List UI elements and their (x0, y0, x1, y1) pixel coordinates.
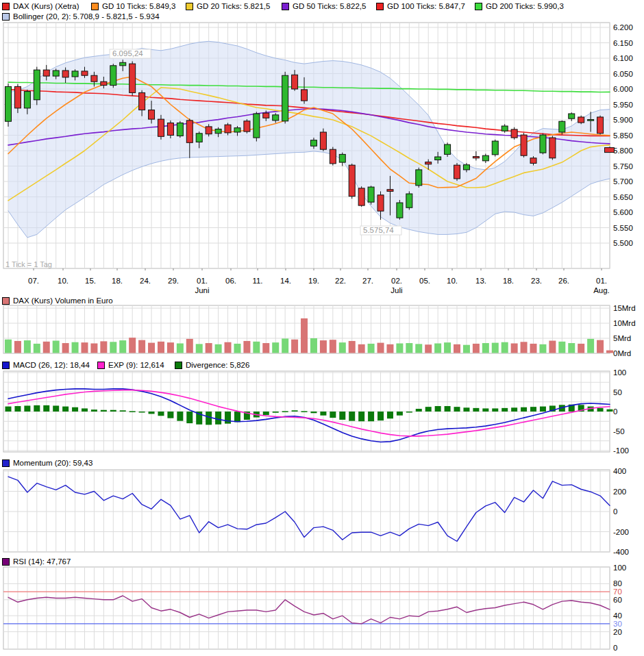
svg-text:Aug.: Aug. (593, 286, 610, 294)
svg-text:5.950: 5.950 (613, 101, 633, 109)
svg-text:24.: 24. (140, 277, 151, 285)
svg-text:1 Tick = 1 Tag: 1 Tick = 1 Tag (5, 260, 52, 268)
svg-text:-100: -100 (613, 446, 629, 455)
svg-text:10.: 10. (58, 277, 69, 285)
svg-text:6.150: 6.150 (613, 39, 633, 47)
svg-text:30: 30 (613, 620, 622, 628)
svg-text:400: 400 (613, 467, 626, 475)
svg-text:5.800: 5.800 (613, 147, 633, 155)
svg-text:27.: 27. (362, 277, 373, 285)
svg-text:01.: 01. (197, 277, 208, 285)
svg-text:22.: 22. (335, 277, 346, 285)
svg-text:5.600: 5.600 (613, 208, 633, 216)
svg-text:14.: 14. (280, 277, 291, 285)
svg-text:100: 100 (613, 564, 626, 572)
svg-text:5.575,74: 5.575,74 (363, 226, 394, 234)
svg-text:5Mrd: 5Mrd (613, 334, 631, 342)
svg-text:Juli: Juli (391, 286, 402, 294)
svg-text:5.500: 5.500 (613, 239, 633, 247)
svg-text:26.: 26. (558, 277, 569, 285)
svg-text:18.: 18. (112, 277, 123, 285)
svg-text:6.050: 6.050 (613, 70, 633, 78)
svg-text:5.700: 5.700 (613, 177, 633, 186)
svg-text:70: 70 (613, 588, 622, 596)
svg-text:5.650: 5.650 (613, 193, 633, 201)
svg-text:5.850: 5.850 (613, 131, 633, 140)
svg-text:Juni: Juni (195, 286, 209, 294)
svg-text:50: 50 (613, 388, 622, 396)
svg-text:15Mrd: 15Mrd (613, 304, 636, 312)
svg-text:6.200: 6.200 (613, 23, 633, 31)
stock-chart-application: DAX (Kurs) (Xetra) GD 10 Ticks: 5.849,3 … (0, 0, 644, 656)
svg-text:19.: 19. (308, 277, 319, 285)
svg-text:-50: -50 (613, 427, 625, 436)
svg-text:5.900: 5.900 (613, 116, 633, 124)
svg-text:05.: 05. (419, 277, 430, 285)
svg-text:6.100: 6.100 (613, 54, 633, 62)
svg-text:15.: 15. (85, 277, 96, 285)
svg-text:10Mrd: 10Mrd (613, 319, 636, 327)
svg-text:06.: 06. (225, 277, 236, 285)
svg-text:07.: 07. (28, 277, 39, 285)
svg-text:18.: 18. (503, 277, 514, 285)
svg-text:100: 100 (613, 368, 626, 377)
svg-text:6.095,24: 6.095,24 (112, 49, 143, 58)
svg-text:80: 80 (613, 579, 622, 588)
svg-text:0: 0 (613, 507, 617, 516)
svg-text:13.: 13. (475, 277, 486, 285)
svg-text:10.: 10. (447, 277, 458, 285)
svg-text:11.: 11. (252, 277, 262, 285)
charts-canvas: 6.2006.1506.1006.0506.0005.9505.9005.850… (0, 0, 644, 656)
svg-text:23.: 23. (531, 277, 542, 285)
svg-text:0Mrd: 0Mrd (613, 349, 631, 357)
svg-text:200: 200 (613, 488, 626, 496)
svg-text:0: 0 (613, 644, 617, 652)
svg-text:-200: -200 (613, 528, 629, 536)
svg-text:29.: 29. (168, 277, 179, 285)
svg-text:40: 40 (613, 611, 622, 620)
svg-text:0: 0 (613, 407, 617, 416)
svg-text:5.750: 5.750 (613, 162, 633, 171)
svg-text:01.: 01. (596, 277, 607, 285)
svg-text:-400: -400 (613, 548, 629, 556)
svg-text:20: 20 (613, 628, 622, 636)
svg-text:5.550: 5.550 (613, 224, 633, 232)
svg-text:60: 60 (613, 596, 622, 604)
svg-text:02.: 02. (391, 277, 402, 285)
svg-text:6.000: 6.000 (613, 85, 633, 93)
